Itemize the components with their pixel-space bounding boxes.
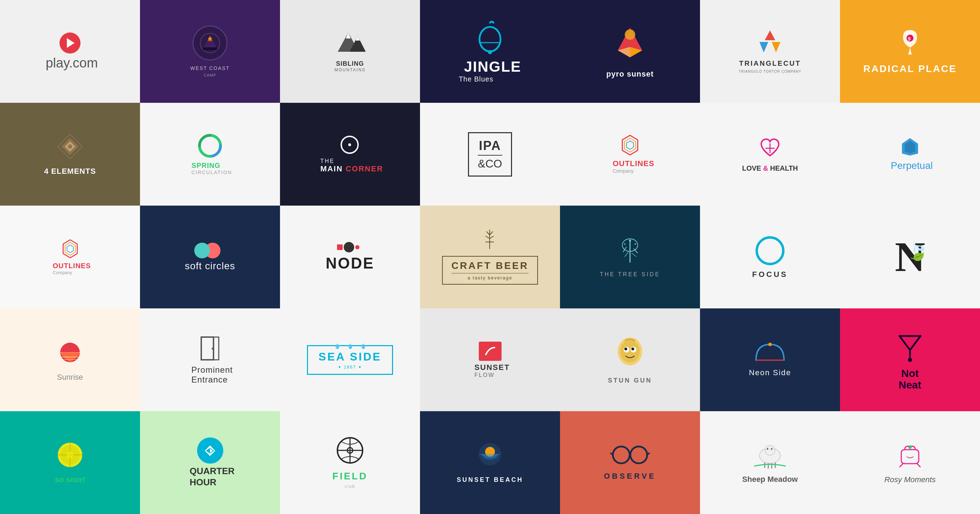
cell-springcirc: SPRING CIRCULATION [140, 103, 280, 206]
springcirc-icon [198, 133, 222, 159]
outlines3-sub: Company [52, 270, 91, 275]
quarterhour-text1: QUARTER [190, 466, 235, 477]
cb-svg [484, 230, 496, 251]
cell-notneat: NotNeat [840, 308, 980, 411]
logo-pyro: pyro sunset [606, 24, 654, 79]
stungun-text: STUN GUN [608, 377, 652, 384]
svg-point-24 [68, 144, 72, 149]
4elements-icon [56, 133, 84, 162]
jingle-svg [476, 20, 504, 55]
cell-focus: FOCUS [700, 206, 840, 308]
jingle-sub: The Blues [459, 75, 522, 83]
seaside-drop2: 💧 [347, 343, 353, 349]
cell-perpetual: Perpetual [840, 103, 980, 206]
svg-text:9: 9 [908, 36, 911, 41]
sunrise-icon [56, 338, 84, 367]
rm-svg [896, 441, 924, 469]
pyro-icon [611, 24, 649, 64]
cell-sunsetflow: SUNSET FLOW [420, 308, 560, 411]
seaside-drops: 💧 💧 💧 [315, 343, 385, 349]
ipa-text: IPA [479, 138, 501, 153]
qh-svg [203, 444, 217, 458]
mc-svg [340, 135, 360, 155]
logo-observe: OBSERVE [604, 444, 656, 481]
quarterhour-text2: HOUR [190, 477, 235, 488]
jingle-text-block: JINGLE The Blues [459, 59, 522, 83]
seaside-box: SEA SIDE ✦ 1867 ✦ 💧 💧 💧 [307, 345, 393, 375]
seaside-year: ✦ 1867 ✦ [318, 365, 382, 370]
logo-sosour: so sour! [55, 441, 85, 484]
cell-trianglecut: TRIANGLECUT TRIANGULO TORTOR COMPANY [700, 0, 840, 103]
svg-line-43 [490, 236, 494, 238]
sb-svg [473, 442, 508, 470]
maincorner-the: THE [320, 158, 383, 164]
prominent-text2: Entrance [191, 375, 233, 385]
4elements-text: 4 ELEMENTS [44, 167, 96, 176]
trianglecut-icon [756, 30, 784, 56]
svg-point-106 [908, 446, 912, 449]
field-text: FIELD [332, 471, 368, 482]
logo-sibling: SIBLING MOUNTAINS [332, 31, 368, 72]
sunsetflow-text-block: SUNSET FLOW [474, 363, 510, 378]
quarterhour-text-block: QUARTER HOUR [190, 466, 235, 487]
svg-line-40 [485, 236, 490, 238]
seaside-drop3: 💧 [360, 343, 366, 349]
logo-jingle: JINGLE The Blues [459, 20, 522, 83]
lovehealth-text: LOVE & HEALTH [742, 164, 798, 172]
svg-marker-7 [346, 33, 351, 38]
cell-4elements: 4 ELEMENTS [0, 103, 140, 206]
field-svg [336, 436, 364, 464]
logo-trianglecut: TRIANGLECUT TRIANGULO TORTOR COMPANY [738, 30, 801, 73]
trianglecut-text: TRIANGLECUT [739, 59, 801, 68]
cell-maincorner: THE MAIN CORNER [280, 103, 420, 206]
springcirc-text-block: SPRING CIRCULATION [191, 162, 232, 175]
logo-rosymom: Rosy Moments [885, 441, 936, 484]
pyro-svg [611, 24, 649, 63]
svg-marker-9 [356, 36, 360, 41]
cell-outlines3: OUTLINES Company [0, 206, 140, 308]
svg-rect-60 [213, 337, 219, 360]
logo-maincorner: THE MAIN CORNER [317, 135, 383, 173]
node-text: NODE [326, 255, 374, 272]
craftbeer-sub: a tasty beverage [452, 275, 528, 281]
nleaf-leaf-icon: 🍃 [907, 241, 929, 262]
outlines3-svg [60, 239, 80, 259]
sunsetflow-text1: SUNSET [474, 363, 510, 372]
focus-icon [754, 235, 786, 268]
cell-sheepmead: Sheep Meadow [700, 411, 840, 514]
outlines2-text-block: OUTLINES Company [609, 159, 654, 174]
cell-rosymom: Rosy Moments [840, 411, 980, 514]
4e-svg [56, 133, 84, 160]
svg-marker-15 [765, 30, 775, 40]
perp-svg [901, 137, 919, 157]
svg-marker-19 [908, 48, 912, 54]
logo-nleaf: N 🍃 [895, 236, 925, 278]
sheepmead-text: Sheep Meadow [742, 475, 798, 484]
svg-point-51 [629, 240, 631, 242]
outlines2-sub: Company [612, 168, 654, 174]
play-text: play.com [46, 56, 98, 71]
logo-lovehealth: LOVE & HEALTH [742, 136, 798, 172]
svg-marker-36 [65, 242, 75, 255]
cell-outlines2: OUTLINES Company [560, 103, 700, 206]
notneat-icon [896, 329, 924, 365]
sunrise-text: Sunrise [57, 373, 83, 382]
maincorner-icon [340, 135, 360, 156]
svg-point-91 [613, 446, 630, 463]
svg-line-47 [623, 247, 627, 252]
node-dot2 [344, 242, 354, 252]
logo-westcoast: WEST COAST CAMP [190, 25, 230, 77]
sf-svg [484, 346, 496, 356]
ipa-box: IPA &CO [468, 132, 512, 176]
logo-notneat: NotNeat [896, 329, 924, 390]
sunsetbeach-icon [473, 442, 508, 471]
lh-svg [758, 136, 782, 161]
logo-sheepmead: Sheep Meadow [742, 442, 798, 484]
svg-point-66 [624, 347, 627, 351]
logo-sunrise: Sunrise [56, 338, 84, 382]
seaside-drop1: 💧 [334, 343, 340, 349]
sc-svg [198, 133, 222, 158]
svg-point-101 [771, 448, 772, 450]
pyro-text: pyro sunset [606, 70, 654, 79]
logo-seaside: SEA SIDE ✦ 1867 ✦ 💧 💧 💧 [307, 345, 393, 375]
